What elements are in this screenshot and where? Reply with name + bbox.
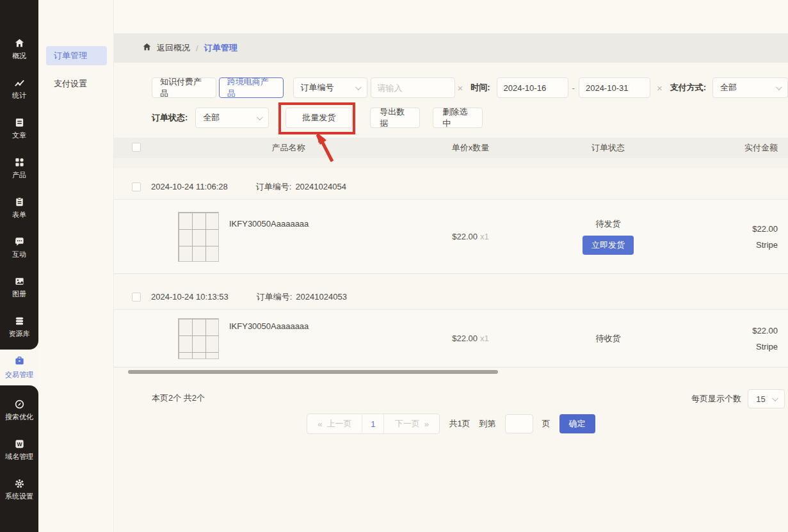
double-chevron-left-icon: « <box>318 419 322 429</box>
sidebar-item-label: 资源库 <box>9 329 30 339</box>
batch-ship-button[interactable]: 批量发货 <box>285 108 352 128</box>
export-data-button[interactable]: 导出数据 <box>370 108 420 128</box>
sidebar-item-domain[interactable]: W 域名管理 <box>0 430 38 470</box>
order-group-header: 2024-10-24 10:13:53 订单编号: 20241024053 <box>114 284 788 310</box>
chevron-down-icon <box>776 84 782 90</box>
pagination: « 上一页 1 下一页 » 共1页 到第 页 确定 <box>114 414 788 434</box>
sidebar-item-label: 系统设置 <box>5 492 33 501</box>
search-input[interactable] <box>371 77 455 98</box>
select-all-checkbox[interactable] <box>132 143 141 152</box>
chevron-down-icon <box>772 395 778 401</box>
date-to-input[interactable] <box>579 77 650 98</box>
sidebar-item-products[interactable]: 产品 <box>0 149 38 188</box>
order-number-label: 订单编号: <box>256 181 292 193</box>
sidebar-item-transactions[interactable]: 交易管理 <box>0 349 38 385</box>
confirm-button[interactable]: 确定 <box>559 414 595 433</box>
order-checkbox[interactable] <box>132 293 141 302</box>
sidebar-item-interaction[interactable]: 互动 <box>0 228 38 268</box>
page-count-summary: 本页2个 共2个 <box>152 392 205 404</box>
product-thumbnail <box>178 318 219 359</box>
sidebar-item-gallery[interactable]: 图册 <box>0 268 38 307</box>
goto-page-input[interactable] <box>505 414 533 433</box>
chevron-down-icon <box>355 84 361 90</box>
order-status-label: 订单状态: <box>152 112 188 124</box>
col-paid-amount: 实付金额 <box>682 142 788 154</box>
prev-page-button[interactable]: « 上一页 <box>307 414 362 433</box>
next-page-button[interactable]: 下一页 » <box>384 414 439 433</box>
sidebar-item-articles[interactable]: 文章 <box>0 109 38 149</box>
sidebar-item-seo[interactable]: 搜索优化 <box>0 391 38 430</box>
order-number-label: 订单编号: <box>257 291 293 303</box>
sidebar-item-label: 图册 <box>12 289 26 299</box>
sidebar-item-settings[interactable]: 系统设置 <box>0 470 38 510</box>
sidebar-item-forms[interactable]: 表单 <box>0 188 38 228</box>
sidebar-item-label: 表单 <box>12 210 26 220</box>
seo-icon <box>14 399 25 410</box>
home-icon <box>142 42 157 54</box>
ship-now-button[interactable]: 立即发货 <box>583 236 634 255</box>
sidebar-item-label: 域名管理 <box>5 452 33 462</box>
product-name: IKFY30050Aaaaaaaa <box>229 321 309 331</box>
per-page-select[interactable]: 15 <box>748 389 785 408</box>
order-checkbox[interactable] <box>132 182 141 191</box>
col-order-status: 订单状态 <box>535 142 682 154</box>
tab-knowledge-products[interactable]: 知识付费产品 <box>152 77 216 98</box>
submenu-item-payment-settings[interactable]: 支付设置 <box>54 78 113 90</box>
payment-method-select[interactable]: 全部 <box>712 77 788 98</box>
breadcrumb-current: 订单管理 <box>204 42 237 54</box>
product-name: IKFY30050Aaaaaaaa <box>229 219 309 229</box>
col-product-name: 产品名称 <box>170 142 406 154</box>
main-content: 返回概况 / 订单管理 知识付费产品 跨境电商产品 订单编号 × 时间: - ×… <box>114 0 788 532</box>
order-group: 2024-10-24 11:06:28 订单编号: 20241024054 IK… <box>114 174 788 274</box>
settings-icon <box>14 478 25 489</box>
payment-filter-label: 支付方式: <box>670 82 706 93</box>
unit-price: $22.00 <box>452 232 478 241</box>
order-item-row: IKFY30050Aaaaaaaa $22.00x1 待收货 $22.00 St… <box>114 310 788 367</box>
submenu-item-order-management[interactable]: 订单管理 <box>46 46 107 65</box>
quantity: x1 <box>480 232 489 241</box>
quantity: x1 <box>480 334 489 343</box>
order-field-select[interactable]: 订单编号 <box>293 77 367 98</box>
filter-row-1: 知识付费产品 跨境电商产品 订单编号 × 时间: - × 支付方式: 全部 <box>152 77 788 98</box>
resource-icon <box>14 316 25 326</box>
delete-selected-button[interactable]: 删除选中 <box>433 108 483 128</box>
order-datetime: 2024-10-24 11:06:28 <box>151 182 228 191</box>
payment-method: Stripe <box>682 339 778 355</box>
pager-box: « 上一页 1 下一页 » <box>307 414 440 434</box>
article-icon <box>14 117 25 128</box>
horizontal-scrollbar[interactable] <box>128 370 498 374</box>
sidebar-item-label: 概况 <box>12 51 26 61</box>
submenu-panel: 订单管理 支付设置 <box>38 0 114 532</box>
gallery-icon <box>14 276 25 287</box>
time-filter-label: 时间: <box>470 82 490 93</box>
sidebar-item-resources[interactable]: 资源库 <box>0 307 38 347</box>
sidebar-item-label: 统计 <box>12 91 26 101</box>
order-status-select[interactable]: 全部 <box>195 108 269 128</box>
unit-price: $22.00 <box>452 334 478 343</box>
domain-icon: W <box>14 439 25 449</box>
order-group-header: 2024-10-24 11:06:28 订单编号: 20241024054 <box>114 174 788 200</box>
clear-date-icon[interactable]: × <box>654 83 665 93</box>
current-page-button[interactable]: 1 <box>362 414 384 433</box>
product-thumbnail <box>178 212 219 262</box>
table-header-substrip <box>114 158 788 168</box>
paid-amount: $22.00 <box>682 323 778 339</box>
breadcrumb-back-link[interactable]: 返回概况 <box>157 42 190 54</box>
stats-icon <box>14 77 25 88</box>
top-strip <box>114 0 788 33</box>
clear-search-icon[interactable]: × <box>455 83 466 93</box>
sidebar-item-overview[interactable]: 概况 <box>0 29 38 69</box>
order-item-row: IKFY30050Aaaaaaaa $22.00x1 待发货 立即发货 $22.… <box>114 200 788 274</box>
tab-crossborder-products[interactable]: 跨境电商产品 <box>219 77 284 98</box>
sidebar-dark-bottom: 搜索优化 W 域名管理 系统设置 <box>0 385 38 532</box>
order-number: 20241024053 <box>296 292 347 302</box>
breadcrumb-separator: / <box>196 44 198 53</box>
form-icon <box>14 197 25 207</box>
paid-amount: $22.00 <box>682 221 778 237</box>
sidebar-item-label: 搜索优化 <box>5 412 33 422</box>
order-datetime: 2024-10-24 10:13:53 <box>151 292 229 302</box>
order-status: 待发货 <box>535 218 682 230</box>
sidebar-item-stats[interactable]: 统计 <box>0 69 38 109</box>
date-from-input[interactable] <box>497 77 568 98</box>
sidebar-item-label: 交易管理 <box>5 370 33 380</box>
